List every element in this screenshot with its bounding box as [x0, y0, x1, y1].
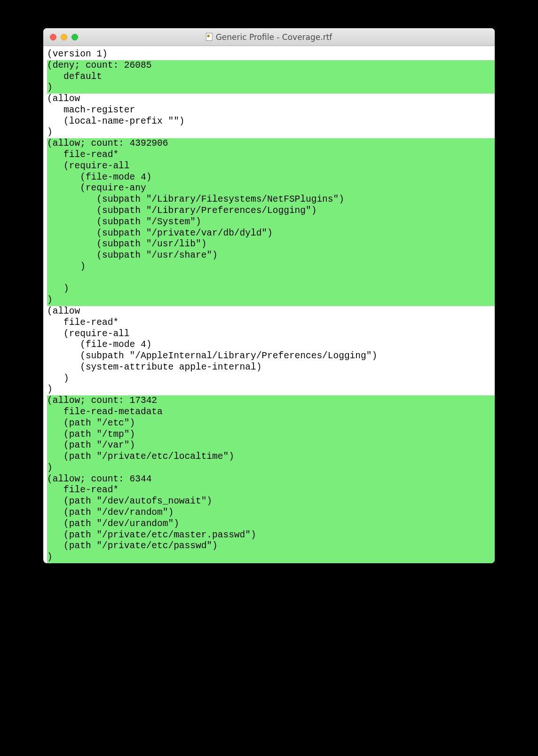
window-title: Generic Profile - Coverage.rtf — [216, 32, 332, 42]
document-icon — [206, 33, 213, 41]
window-title-container: Generic Profile - Coverage.rtf — [206, 32, 332, 42]
code-block-highlighted: (deny; count: 26085 default ) — [47, 60, 495, 94]
traffic-lights — [43, 34, 78, 40]
document-window: Generic Profile - Coverage.rtf (version … — [43, 28, 495, 563]
code-block-highlighted: (allow; count: 17342 file-read-metadata … — [47, 395, 495, 473]
code-block-highlighted: (allow; count: 6344 file-read* (path "/d… — [47, 474, 495, 563]
close-button[interactable] — [50, 34, 56, 40]
minimize-button[interactable] — [61, 34, 67, 40]
titlebar[interactable]: Generic Profile - Coverage.rtf — [43, 28, 495, 46]
code-block-highlighted: (allow; count: 4392906 file-read* (requi… — [47, 138, 495, 306]
code-block: (allow file-read* (require-all (file-mod… — [47, 306, 495, 395]
maximize-button[interactable] — [71, 34, 78, 40]
code-block: (version 1) — [47, 49, 495, 60]
document-content[interactable]: (version 1)(deny; count: 26085 default )… — [43, 46, 495, 563]
code-block: (allow mach-register (local-name-prefix … — [47, 94, 495, 138]
